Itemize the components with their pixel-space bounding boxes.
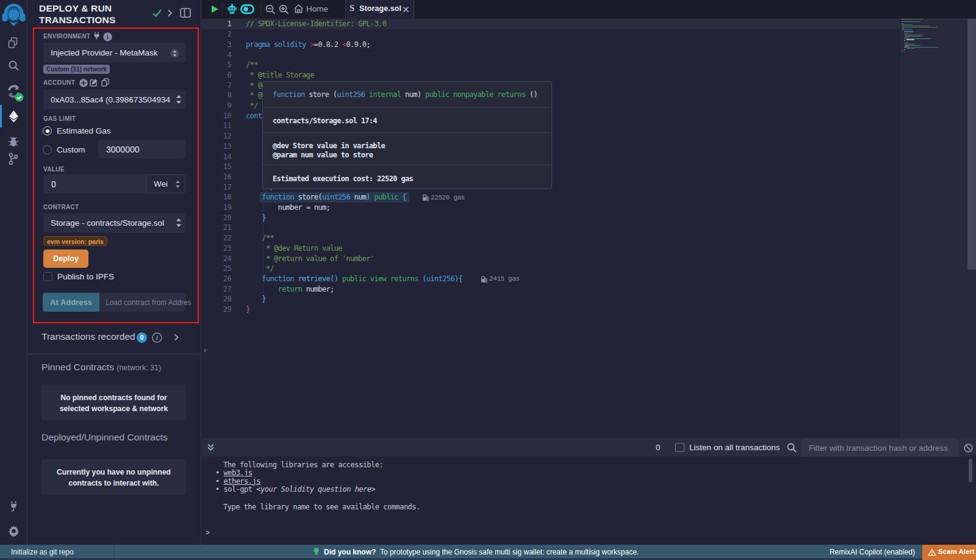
svg-text:i: i (156, 334, 158, 341)
svg-text:i: i (107, 34, 109, 40)
